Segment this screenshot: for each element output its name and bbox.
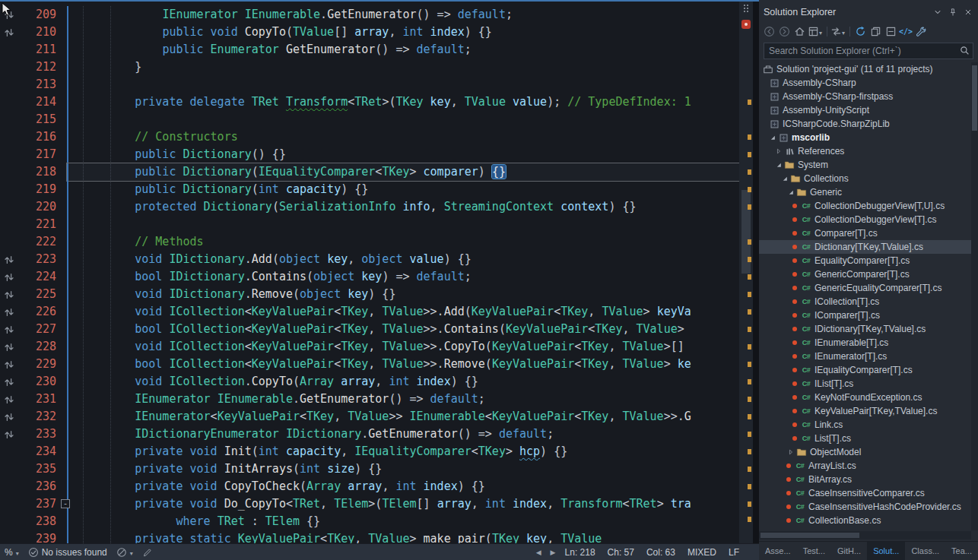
code-line[interactable]: 218 public Dictionary(IEqualityComparer<… (0, 163, 739, 181)
nav-back-button[interactable] (762, 24, 776, 39)
window-position-button[interactable] (931, 5, 945, 19)
line-number[interactable]: 234 (18, 443, 56, 460)
code-line[interactable]: 215 (0, 111, 739, 128)
tree-horizontal-scrollbar[interactable] (759, 531, 971, 539)
line-number[interactable]: 231 (18, 391, 56, 408)
code-line[interactable]: 217 public Dictionary() {} (0, 146, 739, 163)
editor-scrollbar[interactable] (739, 0, 753, 543)
line-number[interactable]: 236 (18, 478, 56, 495)
line-number[interactable]: 223 (18, 251, 56, 268)
line-number[interactable]: 211 (18, 41, 56, 59)
collapse-arrow-icon[interactable] (768, 134, 777, 141)
panel-tab-solut[interactable]: Solut... (867, 542, 905, 560)
implements-interface-icon[interactable] (0, 356, 18, 373)
implements-interface-icon[interactable] (0, 251, 18, 268)
line-number[interactable]: 222 (18, 233, 56, 251)
implements-interface-icon[interactable] (0, 426, 18, 443)
line-number[interactable]: 238 (18, 513, 56, 530)
tree-item[interactable]: Collections (759, 172, 971, 185)
tree-item[interactable]: C#IEqualityComparer[T].cs (759, 363, 971, 377)
line-number[interactable]: 237 (18, 495, 56, 513)
tree-item[interactable]: C#CollectionDebuggerView[T].cs (759, 213, 971, 226)
collapse-arrow-icon[interactable] (774, 161, 783, 169)
line-number[interactable]: 215 (18, 111, 56, 128)
refresh-button[interactable] (853, 24, 867, 39)
tree-item[interactable]: C#CollectionBase.cs (759, 514, 971, 527)
line-number[interactable]: 216 (18, 128, 56, 146)
line-number[interactable]: 239 (18, 530, 56, 543)
code-line[interactable]: 222 // Methods (0, 233, 739, 251)
tree-horizontal-scrollbar-thumb[interactable] (760, 533, 859, 538)
code-line[interactable]: 226 void ICollection<KeyValuePair<TKey, … (0, 303, 739, 321)
code-line[interactable]: 211 public Enumerator GetEnumerator() =>… (0, 41, 739, 59)
indent-indicator[interactable]: MIXED (687, 547, 716, 558)
show-all-files-button[interactable] (868, 24, 882, 39)
switch-views-button[interactable]: ▾ (808, 24, 822, 39)
tree-item[interactable]: C#Comparer[T].cs (759, 226, 971, 240)
zoom-control[interactable]: % ▾ (5, 547, 19, 558)
code-line[interactable]: 229 bool ICollection<KeyValuePair<TKey, … (0, 356, 739, 373)
tree-item[interactable]: C#CaseInsensitiveComparer.cs (759, 486, 971, 500)
code-line[interactable]: 238 where TRet : TElem {} (0, 513, 739, 530)
line-number[interactable]: 214 (18, 93, 56, 111)
implements-interface-icon[interactable] (0, 391, 18, 408)
code-line[interactable]: 210 public void CopyTo(TValue[] array, i… (0, 24, 739, 41)
tree-item[interactable]: C#Link.cs (759, 418, 971, 432)
tree-vertical-scrollbar[interactable] (971, 62, 978, 530)
line-number[interactable]: 221 (18, 216, 56, 233)
tree-item[interactable]: Assembly-CSharp (759, 76, 971, 90)
code-line[interactable]: 213 (0, 76, 739, 93)
sync-with-active-document-button[interactable]: ▾ (830, 24, 845, 39)
line-number[interactable]: 209 (18, 6, 56, 24)
properties-button[interactable] (914, 24, 928, 39)
code-line[interactable]: 239 private static KeyValuePair<TKey, TV… (0, 530, 739, 543)
tree-item[interactable]: C#IEnumerable[T].cs (759, 336, 971, 350)
code-line[interactable]: 221 (0, 216, 739, 233)
implements-interface-icon[interactable] (0, 303, 18, 321)
code-line[interactable]: 237- private void Do_CopyTo<TRet, TElem>… (0, 495, 739, 513)
tree-item[interactable]: System (759, 158, 971, 172)
line-number[interactable]: 227 (18, 321, 56, 338)
implements-interface-icon[interactable] (0, 286, 18, 303)
code-line[interactable]: 216 // Constructors (0, 128, 739, 146)
collapse-arrow-icon[interactable] (780, 175, 789, 182)
code-line[interactable]: 220 protected Dictionary(SerializationIn… (0, 198, 739, 216)
tree-item[interactable]: C#ICollection[T].cs (759, 295, 971, 308)
line-number[interactable]: 235 (18, 460, 56, 478)
panel-title-bar[interactable]: Solution Explorer (759, 0, 978, 21)
implements-interface-icon[interactable] (0, 408, 18, 426)
code-line[interactable]: 235 private void InitArrays(int size) {} (0, 460, 739, 478)
implements-interface-icon[interactable] (0, 24, 18, 41)
code-line[interactable]: 209 IEnumerator IEnumerable.GetEnumerato… (0, 6, 739, 24)
line-number[interactable]: 213 (18, 76, 56, 93)
line-number[interactable]: 225 (18, 286, 56, 303)
home-button[interactable] (792, 24, 806, 39)
code-line[interactable]: 232 IEnumerator<KeyValuePair<TKey, TValu… (0, 408, 739, 426)
implements-interface-icon[interactable] (0, 321, 18, 338)
code-line[interactable]: 219 public Dictionary(int capacity) {} (0, 181, 739, 198)
tree-item[interactable]: C#GenericEqualityComparer[T].cs (759, 281, 971, 295)
search-icon[interactable] (959, 45, 970, 59)
line-number[interactable]: 228 (18, 338, 56, 356)
collapse-region-toggle[interactable]: - (61, 499, 70, 508)
code-line[interactable]: 233 IDictionaryEnumerator IDictionary.Ge… (0, 426, 739, 443)
line-number[interactable]: 229 (18, 356, 56, 373)
collapse-arrow-icon[interactable] (786, 188, 795, 196)
panel-tab-gith[interactable]: GitH... (831, 542, 867, 560)
line-number[interactable]: 219 (18, 181, 56, 198)
tree-item[interactable]: C#IEnumerator[T].cs (759, 350, 971, 363)
code-line[interactable]: 236 private void CopyToCheck(Array array… (0, 478, 739, 495)
tree-item[interactable]: Assembly-UnityScript (759, 103, 971, 117)
tree-item[interactable]: ICSharpCode.SharpZipLib (759, 117, 971, 131)
search-input[interactable] (764, 43, 973, 59)
tree-item[interactable]: Solution 'project-gui' (11 of 11 project… (759, 62, 971, 76)
pin-button[interactable] (946, 5, 960, 19)
tree-item[interactable]: C#BitArray.cs (759, 473, 971, 486)
tree-item[interactable]: C#IList[T].cs (759, 377, 971, 391)
tree-item[interactable]: mscorlib (759, 131, 971, 144)
tree-item[interactable]: C#KeyValuePair[TKey,TValue].cs (759, 404, 971, 418)
tree-item[interactable]: C#List[T].cs (759, 432, 971, 445)
panel-tab-test[interactable]: Test... (797, 542, 831, 560)
tree-item[interactable]: C#CaseInsensitiveHashCodeProvider.cs (759, 500, 971, 514)
collapse-all-button[interactable] (884, 24, 897, 39)
